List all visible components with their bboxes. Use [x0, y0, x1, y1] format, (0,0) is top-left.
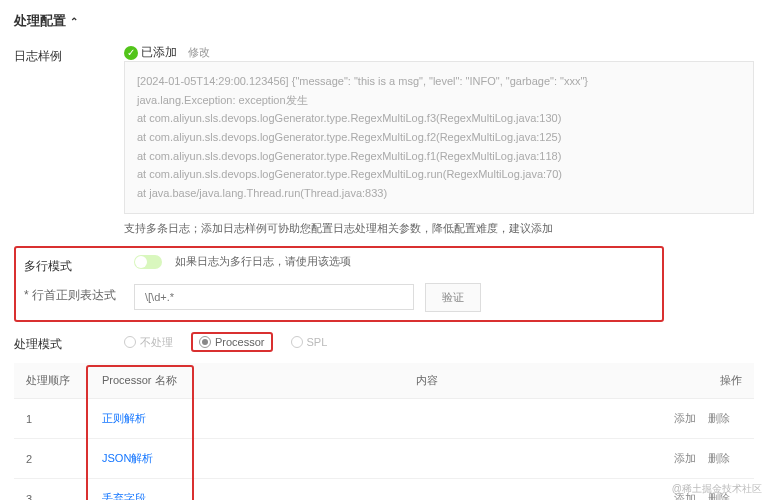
- th-content: 内容: [200, 363, 654, 399]
- regex-label: * 行首正则表达式: [24, 283, 134, 304]
- processor-link[interactable]: 正则解析: [102, 412, 146, 424]
- status-text: 已添加: [141, 44, 177, 61]
- cell-content: [200, 479, 654, 500]
- status-badge: ✓ 已添加: [124, 44, 177, 61]
- cell-order: 1: [14, 399, 90, 439]
- cell-content: [200, 399, 654, 439]
- multiline-toggle[interactable]: [134, 255, 162, 269]
- log-line: at com.aliyun.sls.devops.logGenerator.ty…: [137, 128, 741, 147]
- processor-link[interactable]: JSON解析: [102, 452, 153, 464]
- check-icon: ✓: [124, 46, 138, 60]
- add-link[interactable]: 添加: [674, 452, 696, 464]
- delete-link[interactable]: 删除: [708, 412, 730, 424]
- table-row: 3 丢弃字段 添加删除: [14, 479, 754, 500]
- cell-order: 3: [14, 479, 90, 500]
- chevron-up-icon: ⌃: [70, 16, 78, 27]
- log-sample-box: [2024-01-05T14:29:00.123456] {"message":…: [124, 61, 754, 214]
- section-header[interactable]: 处理配置 ⌃: [14, 12, 754, 30]
- th-ops: 操作: [654, 363, 754, 399]
- radio-spl[interactable]: SPL: [291, 336, 328, 348]
- log-hint: 支持多条日志；添加日志样例可协助您配置日志处理相关参数，降低配置难度，建议添加: [124, 220, 754, 237]
- highlight-box-multiline: 多行模式 如果日志为多行日志，请使用该选项 * 行首正则表达式 验证: [14, 246, 664, 322]
- radio-icon: [199, 336, 211, 348]
- log-line: at com.aliyun.sls.devops.logGenerator.ty…: [137, 147, 741, 166]
- highlight-box-processor: Processor: [191, 332, 273, 352]
- mode-radio-group: 不处理 Processor SPL: [124, 332, 754, 352]
- log-line: [2024-01-05T14:29:00.123456] {"message":…: [137, 72, 741, 91]
- multiline-label: 多行模式: [24, 254, 134, 275]
- processor-table: 处理顺序 Processor 名称 内容 操作 1 正则解析 添加删除2 JSO…: [14, 363, 754, 500]
- add-link[interactable]: 添加: [674, 412, 696, 424]
- log-line: java.lang.Exception: exception发生: [137, 91, 741, 110]
- radio-noprocess[interactable]: 不处理: [124, 335, 173, 350]
- delete-link[interactable]: 删除: [708, 452, 730, 464]
- radio-icon: [124, 336, 136, 348]
- th-name: Processor 名称: [90, 363, 200, 399]
- watermark: @稀土掘金技术社区: [672, 482, 762, 496]
- multiline-desc: 如果日志为多行日志，请使用该选项: [175, 255, 351, 267]
- section-title-text: 处理配置: [14, 12, 66, 30]
- verify-button[interactable]: 验证: [425, 283, 481, 312]
- radio-processor[interactable]: Processor: [199, 336, 265, 348]
- table-row: 1 正则解析 添加删除: [14, 399, 754, 439]
- th-order: 处理顺序: [14, 363, 90, 399]
- modify-link[interactable]: 修改: [188, 46, 210, 58]
- table-row: 2 JSON解析 添加删除: [14, 439, 754, 479]
- log-line: at com.aliyun.sls.devops.logGenerator.ty…: [137, 165, 741, 184]
- log-line: at com.aliyun.sls.devops.logGenerator.ty…: [137, 109, 741, 128]
- log-sample-label: 日志样例: [14, 44, 124, 65]
- radio-icon: [291, 336, 303, 348]
- processor-link[interactable]: 丢弃字段: [102, 492, 146, 500]
- log-line: at java.base/java.lang.Thread.run(Thread…: [137, 184, 741, 203]
- mode-label: 处理模式: [14, 332, 124, 353]
- regex-input[interactable]: [134, 284, 414, 310]
- cell-content: [200, 439, 654, 479]
- cell-order: 2: [14, 439, 90, 479]
